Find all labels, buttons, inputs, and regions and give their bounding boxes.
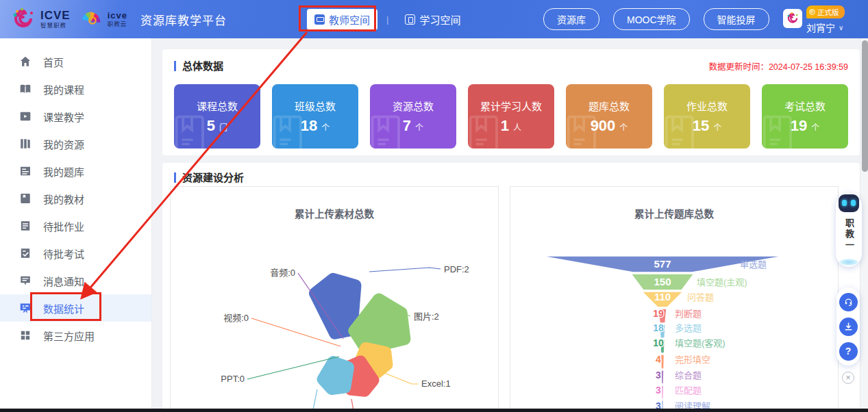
customer-service-button[interactable] <box>839 293 858 311</box>
sidebar-item-3-resources[interactable]: 我的资源 <box>0 130 151 157</box>
corner-app-icon[interactable] <box>783 9 802 28</box>
sidebar-item-1-courses[interactable]: 我的课程 <box>0 75 151 103</box>
close-floating-button[interactable]: × <box>842 372 854 384</box>
header-nav: 教师空间|学习空间 <box>307 0 468 38</box>
home-icon <box>19 55 32 68</box>
textbook-icon <box>19 192 32 205</box>
stat-card-4[interactable]: 题库总数900个 <box>566 84 652 149</box>
medal-icon <box>809 9 815 15</box>
sidebar-item-5-textbook[interactable]: 我的教材 <box>0 185 151 212</box>
stat-card-1[interactable]: 班级总数18个 <box>272 84 358 149</box>
sidebar-item-label: 我的课程 <box>43 82 84 96</box>
stat-card-title: 课程总数 <box>197 99 238 113</box>
analysis-section-title: 资源建设分析 <box>174 172 244 183</box>
funnel-value-判断题: 19 <box>653 308 664 319</box>
funnel-value-填空题(客观): 10 <box>653 337 664 348</box>
funnel-label-单选题: 单选题 <box>740 259 767 270</box>
chevron-down-icon: ∨ <box>839 24 843 31</box>
sidebar-item-6-homework[interactable]: 待批作业 <box>0 212 151 240</box>
question-bank-funnel-chart[interactable]: 577单选题150填空题(主观)110问答题19判断题18多选题10填空题(客观… <box>510 187 838 412</box>
sidebar-item-7-exam[interactable]: 待批考试 <box>0 240 151 267</box>
robot-icon <box>839 194 859 212</box>
main-content: 总体数据 数据更新时间：2024-07-25 16:39:59 课程总数5门班级… <box>152 38 860 412</box>
vertical-scrollbar-thumb[interactable] <box>862 40 868 172</box>
stat-card-5[interactable]: 作业总数15个 <box>664 84 750 149</box>
sidebar-item-4-question-bank[interactable]: 我的题库 <box>0 157 151 185</box>
nav-label: 学习空间 <box>419 12 460 27</box>
funnel-segment-综合题[interactable] <box>661 370 664 384</box>
funnel-label-匹配题: 匹配题 <box>675 385 702 396</box>
rose-petal-图片[interactable] <box>354 300 404 349</box>
sidebar-item-10-apps[interactable]: 第三方应用 <box>0 322 151 349</box>
stat-card-value: 900 <box>591 117 616 135</box>
stat-card-title: 考试总数 <box>784 99 826 113</box>
brand-area: ICVE 智慧职教 icve 职教云 资源库教学平台 <box>0 7 227 31</box>
funnel-label-综合题: 综合题 <box>675 370 702 381</box>
window-bottom-edge <box>0 409 868 412</box>
materials-rose-chart[interactable]: PDF:2图片:2Excel:1音频:0视频:0PPT:0 <box>171 187 498 412</box>
rose-label-line <box>377 370 419 384</box>
nav-learning-space[interactable]: 学习空间 <box>397 9 468 30</box>
stat-card-title: 资源总数 <box>393 99 434 113</box>
stat-card-title: 班级总数 <box>295 99 336 113</box>
header-pill-nav: 资源库MOOC学院智能投屏 <box>543 0 769 38</box>
user-name: 刘宵宁 <box>806 21 835 34</box>
courses-icon <box>19 83 32 95</box>
funnel-value-填空题(主观): 150 <box>654 276 671 287</box>
nav-divider: | <box>386 14 388 25</box>
stat-card-title: 题库总数 <box>588 99 630 113</box>
question-bank-chart-card: 累计上传题库总数 577单选题150填空题(主观)110问答题19判断题18多选… <box>510 186 839 412</box>
message-icon <box>19 274 32 287</box>
classroom-icon <box>19 110 32 123</box>
overview-panel: 总体数据 数据更新时间：2024-07-25 16:39:59 课程总数5门班级… <box>162 49 860 155</box>
sidebar-item-label: 消息通知 <box>43 274 84 288</box>
headset-icon <box>843 297 854 307</box>
stat-card-unit: 个 <box>321 121 330 133</box>
rose-label-PDF: PDF:2 <box>444 264 469 274</box>
stat-card-value: 15 <box>693 117 709 135</box>
sidebar-item-9-stats[interactable]: 数据统计 <box>0 294 151 322</box>
funnel-label-完形填空: 完形填空 <box>675 355 710 365</box>
icve-mini-logo-icon <box>786 12 799 25</box>
ai-assistant-widget[interactable]: 职教一问 <box>836 193 862 267</box>
download-icon <box>843 322 854 332</box>
funnel-label-填空题(客观): 填空题(客观) <box>675 338 726 348</box>
user-menu[interactable]: 刘宵宁 ∨ <box>806 21 845 34</box>
water-decoration <box>839 259 858 266</box>
stat-card-unit: 个 <box>415 121 423 133</box>
stat-card-unit: 人 <box>513 121 521 133</box>
sidebar: 首页我的课程课堂教学我的资源我的题库我的教材待批作业待批考试消息通知数据统计第三… <box>0 38 152 412</box>
stat-card-6[interactable]: 考试总数19个 <box>762 84 848 149</box>
sidebar-item-label: 课堂教学 <box>43 110 84 124</box>
help-button[interactable]: ? <box>839 342 858 361</box>
funnel-value-多选题: 18 <box>653 322 664 333</box>
icve-logo-icon <box>11 7 36 31</box>
teacher-space-icon <box>314 14 325 25</box>
nav-teacher-space[interactable]: 教师空间 <box>307 9 377 30</box>
stat-card-0[interactable]: 课程总数5门 <box>174 84 260 149</box>
funnel-segment-匹配题[interactable] <box>662 385 664 399</box>
top-header: ICVE 智慧职教 icve 职教云 资源库教学平台 教师空间|学习空间 资源库… <box>0 0 868 38</box>
funnel-segment-完形填空[interactable] <box>661 355 665 369</box>
sidebar-item-label: 我的资源 <box>43 137 84 151</box>
sidebar-item-0-home[interactable]: 首页 <box>0 48 151 75</box>
resource-library-button[interactable]: 资源库 <box>543 8 599 30</box>
stat-card-value: 7 <box>403 117 411 135</box>
exam-icon <box>19 247 32 259</box>
rose-label-Excel: Excel:1 <box>421 378 451 389</box>
rose-label-音频: 音频:0 <box>270 268 295 278</box>
version-badge[interactable]: 正式版 <box>806 5 845 18</box>
stat-cards: 课程总数5门班级总数18个资源总数7个累计学习人数1人题库总数900个作业总数1… <box>174 84 848 149</box>
sidebar-item-8-message[interactable]: 消息通知 <box>0 267 151 294</box>
stat-card-3[interactable]: 累计学习人数1人 <box>468 84 554 149</box>
download-button[interactable] <box>839 318 858 336</box>
mooc-college-button[interactable]: MOOC学院 <box>613 8 690 30</box>
sidebar-item-label: 我的题库 <box>43 164 84 179</box>
sidebar-item-2-classroom[interactable]: 课堂教学 <box>0 103 151 130</box>
rose-petal-unlabeled-4[interactable] <box>323 362 348 389</box>
rose-label-图片: 图片:2 <box>414 311 439 322</box>
stat-card-2[interactable]: 资源总数7个 <box>370 84 456 149</box>
smart-cast-button[interactable]: 智能投屏 <box>704 8 769 30</box>
stat-card-unit: 个 <box>811 121 819 133</box>
stat-card-unit: 个 <box>619 121 628 133</box>
